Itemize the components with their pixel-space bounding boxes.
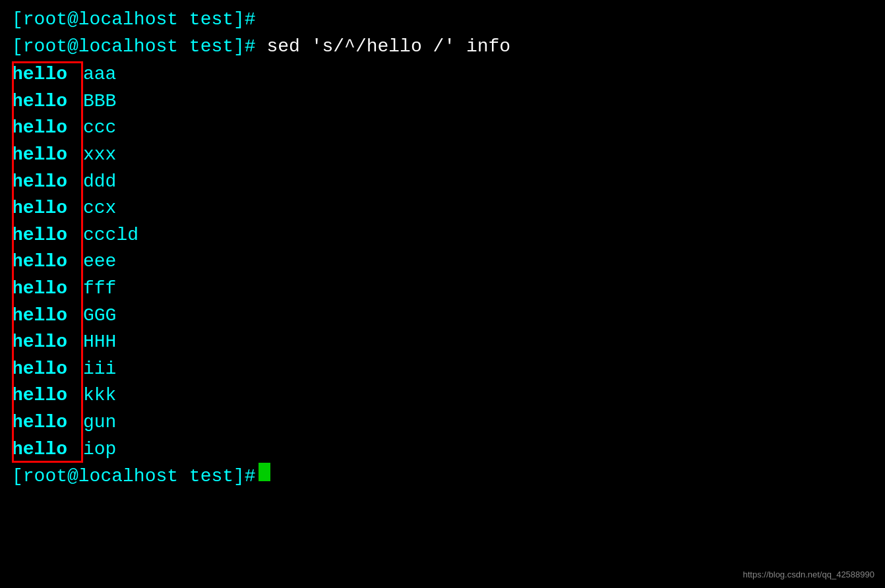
output-line-11: hello HHH: [12, 329, 873, 356]
output-line-5: hello ddd: [12, 169, 873, 196]
hello-word-1: hello: [12, 61, 83, 88]
rest-word-11: HHH: [83, 329, 116, 356]
rest-word-1: aaa: [83, 61, 116, 88]
rest-word-9: fff: [83, 276, 116, 303]
rest-word-15: iop: [83, 436, 116, 463]
hello-word-4: hello: [12, 142, 83, 169]
prompt-2: [root@localhost test]#: [12, 34, 256, 61]
output-line-14: hello gun: [12, 409, 873, 436]
output-line-2: hello BBB: [12, 88, 873, 115]
rest-word-5: ddd: [83, 169, 116, 196]
terminal: [root@localhost test]# [root@localhost t…: [0, 0, 885, 588]
prompt-1: [root@localhost test]#: [12, 7, 256, 34]
rest-word-8: eee: [83, 249, 116, 276]
watermark: https://blog.csdn.net/qq_42588990: [743, 569, 875, 581]
rest-word-10: GGG: [83, 303, 116, 330]
rest-word-3: ccc: [83, 115, 116, 142]
output-line-9: hello fff: [12, 276, 873, 303]
rest-word-13: kkk: [83, 382, 116, 409]
hello-word-5: hello: [12, 169, 83, 196]
output-line-13: hello kkk: [12, 382, 873, 409]
rest-word-2: BBB: [83, 88, 116, 115]
output-line-8: hello eee: [12, 249, 873, 276]
rest-word-14: gun: [83, 409, 116, 436]
hello-word-8: hello: [12, 249, 83, 276]
hello-word-13: hello: [12, 382, 83, 409]
hello-word-12: hello: [12, 356, 83, 383]
hello-word-7: hello: [12, 222, 83, 249]
cursor-block: [259, 463, 270, 481]
rest-word-12: iii: [83, 356, 116, 383]
output-line-6: hello ccx: [12, 195, 873, 222]
hello-word-2: hello: [12, 88, 83, 115]
command-text: sed 's/^/hello /' info: [256, 34, 510, 61]
hello-word-14: hello: [12, 409, 83, 436]
hello-word-15: hello: [12, 436, 83, 463]
hello-word-10: hello: [12, 303, 83, 330]
final-prompt-line: [root@localhost test]#: [12, 463, 873, 490]
line-2: [root@localhost test]# sed 's/^/hello /'…: [12, 34, 873, 61]
hello-word-6: hello: [12, 195, 83, 222]
output-line-4: hello xxx: [12, 142, 873, 169]
output-line-12: hello iii: [12, 356, 873, 383]
output-line-3: hello ccc: [12, 115, 873, 142]
prompt-3: [root@localhost test]#: [12, 463, 256, 490]
rest-word-4: xxx: [83, 142, 116, 169]
output-line-10: hello GGG: [12, 303, 873, 330]
line-1: [root@localhost test]#: [12, 7, 873, 34]
output-line-7: hello cccld: [12, 222, 873, 249]
hello-word-3: hello: [12, 115, 83, 142]
rest-word-6: ccx: [83, 195, 116, 222]
output-line-15: hello iop: [12, 436, 873, 463]
output-line-1: hello aaa: [12, 61, 873, 88]
output-block: hello aaa hello BBB hello ccc hello xxx …: [12, 61, 873, 463]
hello-word-9: hello: [12, 276, 83, 303]
rest-word-7: cccld: [83, 222, 138, 249]
hello-word-11: hello: [12, 329, 83, 356]
